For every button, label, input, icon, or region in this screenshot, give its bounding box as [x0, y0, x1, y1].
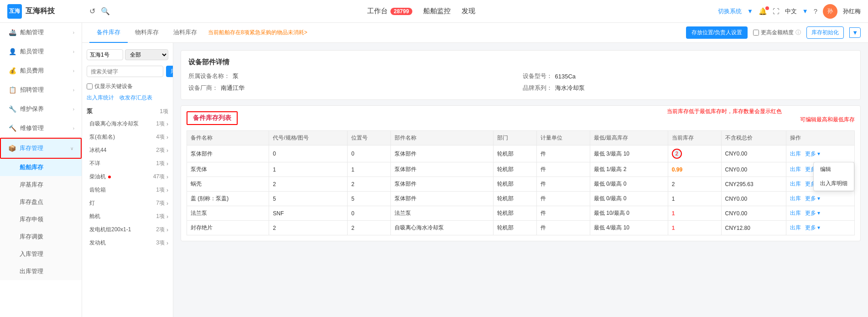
sidebar-item-repair[interactable]: 🔨 维修管理 › — [0, 119, 82, 138]
td-position: 1 — [348, 162, 391, 177]
action-more-btn[interactable]: 更多 ▾ — [805, 151, 820, 157]
sidebar-item-stock-mgmt[interactable]: 📦 库存管理 ∨ — [0, 138, 82, 159]
td-dept: 轮机部 — [493, 177, 536, 192]
tree-item-2[interactable]: 冰机44 2项 › — [82, 144, 173, 157]
sidebar-sub-entry[interactable]: 入库管理 — [0, 245, 82, 263]
search-icon[interactable]: 🔍 — [101, 7, 110, 16]
chevron-icon-2: › — [73, 49, 74, 54]
key-device-checkbox[interactable] — [87, 83, 93, 89]
inventory-section: 备件库存列表 当前库存低于最低库存时，库存数量会显示红色 可编辑最高和最低库存 … — [181, 105, 861, 241]
tree-item-6[interactable]: 灯 7项 › — [82, 197, 173, 210]
switch-system-btn[interactable]: 切换系统 — [718, 7, 742, 16]
recruit-icon: 📋 — [9, 86, 16, 94]
col-price: 不含税总价 — [721, 131, 786, 146]
sidebar-sub-vessel-stock[interactable]: 船舶库存 — [0, 159, 82, 176]
nav-vessel-monitor[interactable]: 船舶监控 — [423, 7, 451, 16]
action-exit-btn[interactable]: 出库 — [790, 224, 801, 231]
td-code: 2 — [269, 221, 348, 235]
td-unit: 件 — [537, 206, 590, 221]
col-current: 当前库存 — [668, 131, 721, 146]
tab-parts[interactable]: 备件库存 — [89, 23, 128, 43]
vessel-input[interactable] — [87, 49, 123, 60]
tree-item-1[interactable]: 泵(在船名) 4项 › — [82, 130, 173, 144]
workbench-nav[interactable]: 工作台 28799 — [367, 7, 412, 16]
tree-item-3[interactable]: 不详 1项 › — [82, 157, 173, 170]
logo-area: 互海 互海科技 — [7, 4, 89, 19]
search-input[interactable] — [87, 66, 163, 77]
td-unit: 件 — [537, 221, 590, 235]
td-min-max: 最低 1/最高 2 — [590, 162, 668, 177]
sidebar-item-recruit[interactable]: 📋 招聘管理 › — [0, 80, 82, 99]
action-exit-btn[interactable]: 出库 — [790, 195, 801, 202]
action-exit-btn[interactable]: 出库 — [790, 181, 801, 187]
tree-item-7[interactable]: 舱机 1项 › — [82, 210, 173, 223]
tab-materials[interactable]: 物料库存 — [128, 23, 166, 43]
tab-fuel[interactable]: 油料库存 — [166, 23, 204, 43]
td-price: CNY0.00 — [721, 206, 786, 221]
vessel-select[interactable]: 全部 — [125, 49, 168, 60]
tree-item-4[interactable]: 柴油机 47项 › — [82, 170, 173, 183]
header-nav-icons: ↺ 🔍 — [89, 7, 115, 16]
inventory-section-header: 备件库存列表 当前库存低于最低库存时，库存数量会显示红色 可编辑最高和最低库存 — [187, 111, 855, 125]
td-price: CNY0.00 — [721, 162, 786, 177]
tree-item-8[interactable]: 发电机组200x1-1 2项 › — [82, 223, 173, 236]
sidebar-item-maint[interactable]: 🔧 维护保养 › — [0, 99, 82, 119]
init-btn-dropdown-icon[interactable]: ▼ — [849, 27, 861, 38]
td-price: CNY12.80 — [721, 221, 786, 235]
inout-stats-link[interactable]: 出入库统计 — [87, 94, 114, 102]
summary-link[interactable]: 收发存汇总表 — [120, 94, 152, 102]
sidebar-sub-shore-stock[interactable]: 岸基库存 — [0, 176, 82, 193]
nav-discover[interactable]: 发现 — [462, 7, 475, 16]
tree-item-9[interactable]: 发动机 3项 › — [82, 236, 173, 249]
chevron-icon-5: › — [73, 107, 74, 112]
search-btn[interactable]: 库存查询 — [166, 66, 173, 77]
lang-selector[interactable]: 中文 — [785, 7, 797, 16]
sidebar-sub-apply[interactable]: 库存申领 — [0, 211, 82, 228]
td-part-name: 泵体部件 — [187, 146, 269, 162]
tab-alert[interactable]: 当前船舶存在8项紧急采购的物品未消耗> — [208, 29, 686, 36]
dropdown-edit[interactable]: 编辑 — [814, 162, 854, 177]
tree-item-5[interactable]: 齿轮箱 1项 › — [82, 183, 173, 197]
td-actions: 出库 更多 ▾ — [786, 206, 854, 221]
location-setup-btn[interactable]: 存放位置/负责人设置 — [686, 26, 748, 39]
tree-root-count: 1项 — [160, 108, 168, 115]
fullscreen-btn[interactable]: ⛶ — [773, 7, 780, 15]
action-exit-btn[interactable]: 出库 — [790, 210, 801, 216]
tree-item-0[interactable]: 自吸离心海水冷却泵 1项 › — [82, 117, 173, 130]
tree-header: 泵 1项 — [82, 104, 173, 117]
device-detail-grid: 所属设备名称： 泵 设备型号： 6135Ca 设备厂商： 南通江华 品牌系列 — [188, 72, 853, 92]
sidebar-item-vessel-cost[interactable]: 💰 船员费用 › — [0, 61, 82, 80]
td-unit: 件 — [537, 146, 590, 162]
notification-btn[interactable]: 🔔 — [759, 7, 767, 16]
dropdown-inout-detail[interactable]: 出入库明细 — [814, 177, 854, 191]
td-component: 泵体部件 — [391, 177, 494, 192]
td-min-max: 最低 0/最高 0 — [590, 192, 668, 206]
init-btn[interactable]: 库存初始化 — [806, 26, 844, 39]
sidebar-item-vessel-mgmt[interactable]: 🚢 船舶管理 › — [0, 23, 82, 42]
action-exit-btn[interactable]: 出库 — [790, 151, 801, 157]
precision-checkbox[interactable] — [753, 30, 759, 36]
header-center: 工作台 28799 船舶监控 发现 — [125, 7, 718, 16]
td-position: 5 — [348, 192, 391, 206]
device-detail-card: 设备部件详情 所属设备名称： 泵 设备型号： 6135Ca 设备厂商： 南通江华 — [181, 50, 861, 100]
table-header-row: 备件名称 代号/规格/图号 位置号 部件名称 部门 计量单位 最低/最高库存 当… — [187, 131, 855, 146]
sidebar-sub-adjust[interactable]: 库存调拨 — [0, 228, 82, 245]
td-code: 0 — [269, 146, 348, 162]
sidebar-sub-count[interactable]: 库存盘点 — [0, 193, 82, 211]
action-more-btn[interactable]: 更多 ▾ — [805, 224, 820, 231]
action-more-btn[interactable]: 更多 ▾ — [805, 210, 820, 216]
precision-checkbox-label[interactable]: 更高金额精度 ⓘ — [753, 29, 801, 36]
td-code: 2 — [269, 177, 348, 192]
action-exit-btn[interactable]: 出库 — [790, 166, 801, 172]
action-dropdown: 编辑 出入库明细 — [813, 162, 854, 191]
top-header: 互海 互海科技 ↺ 🔍 工作台 28799 船舶监控 发现 切换系统 ▼ 🔔 ⛶… — [0, 0, 868, 23]
back-icon[interactable]: ↺ — [89, 7, 95, 16]
action-more-btn[interactable]: 更多 ▾ — [805, 195, 820, 202]
user-name[interactable]: 孙红梅 — [843, 7, 861, 16]
sidebar-sub-exit[interactable]: 出库管理 — [0, 263, 82, 280]
sidebar-item-crew-mgmt[interactable]: 👤 船员管理 › — [0, 42, 82, 61]
help-btn[interactable]: ? — [814, 7, 817, 15]
logo-text: 互海科技 — [26, 6, 55, 16]
td-price: CNY0.00 — [721, 146, 786, 162]
table-row: 封存绝片 2 2 自吸离心海水冷却泵 轮机部 件 最低 4/最高 10 1 CN… — [187, 221, 855, 235]
